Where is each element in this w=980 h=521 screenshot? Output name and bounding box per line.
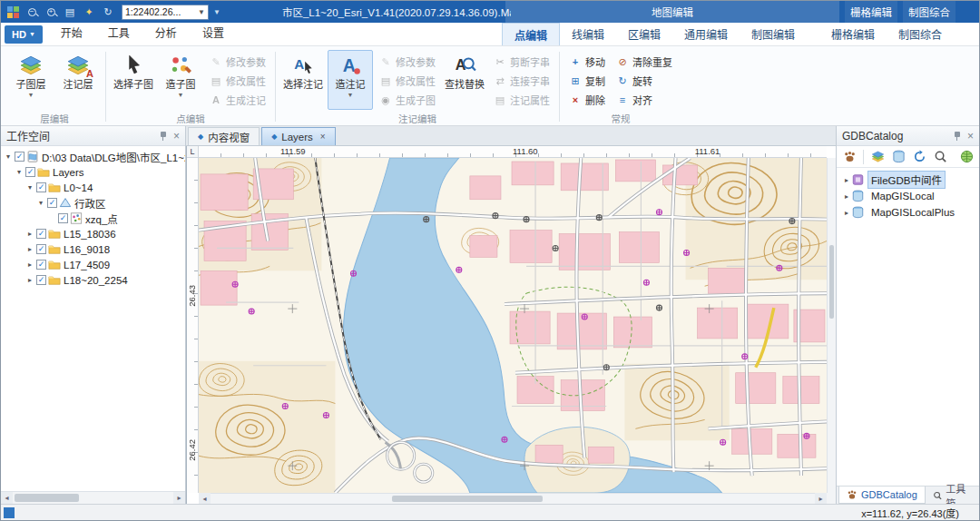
expand-icon[interactable]: ▸: [25, 260, 34, 269]
tab-point-edit[interactable]: 点编辑: [502, 23, 560, 45]
catalog-item-mapgislocalplus[interactable]: ▸ MapGISLocalPlus: [837, 204, 979, 221]
undo-icon[interactable]: ↻: [100, 4, 116, 20]
tree-item-l0-14[interactable]: ▾ ✓ L0~14: [1, 180, 185, 195]
modify-anno-params-button[interactable]: ✎ 修改参数: [375, 53, 440, 71]
join-string-button[interactable]: ⇄ 连接字串: [489, 72, 554, 90]
select-subgraph-button[interactable]: 选择子图: [111, 50, 156, 110]
menu-settings[interactable]: 设置: [190, 23, 237, 45]
workspace-horizontal-scrollbar[interactable]: ◂ ▸: [1, 491, 185, 504]
checkbox[interactable]: ✓: [25, 167, 35, 177]
generate-annotation-button[interactable]: A 生成注记: [205, 91, 270, 109]
map-vertical-scrollbar[interactable]: [827, 158, 836, 493]
checkbox[interactable]: ✓: [36, 182, 46, 192]
move-button[interactable]: + 移动: [564, 53, 610, 71]
tab-raster-edit[interactable]: 栅格编辑: [819, 23, 887, 45]
context-tab-raster-edit[interactable]: 栅格编辑: [845, 1, 897, 23]
sublayer-button[interactable]: 子图层 ▼: [8, 50, 54, 110]
close-icon[interactable]: ×: [320, 132, 326, 142]
menu-start[interactable]: 开始: [48, 23, 95, 45]
tree-item-l17[interactable]: ▸ ✓ L17_4509: [1, 257, 185, 272]
app-menu-button[interactable]: HD▼: [5, 25, 43, 44]
search-icon[interactable]: [931, 148, 949, 166]
copy-button[interactable]: ⊞ 复制: [564, 72, 610, 90]
tab-line-edit[interactable]: 线编辑: [560, 23, 616, 45]
annotation-layer-button[interactable]: A 注记层: [55, 50, 101, 110]
checkbox[interactable]: ✓: [58, 213, 68, 223]
scale-combo[interactable]: 1:22402.26... ▼: [122, 5, 209, 20]
expand-icon[interactable]: ▾: [36, 199, 45, 207]
align-button[interactable]: ≡ 对齐: [612, 91, 677, 109]
modify-attrs-button[interactable]: ▤ 修改属性: [205, 72, 270, 90]
refresh-icon[interactable]: [910, 148, 928, 166]
tab-carto-edit[interactable]: 制图编辑: [740, 23, 807, 45]
find-replace-button[interactable]: 查找替换: [442, 50, 487, 110]
context-tab-carto[interactable]: 制图综合: [903, 1, 956, 23]
layers-icon[interactable]: [868, 148, 887, 166]
tab-general-edit[interactable]: 通用编辑: [672, 23, 740, 45]
pin-icon[interactable]: [953, 131, 962, 142]
checkbox[interactable]: ✓: [36, 229, 46, 239]
expand-icon[interactable]: ▸: [842, 176, 851, 184]
close-icon[interactable]: ×: [173, 131, 180, 142]
generate-subgraph-button[interactable]: ◉ 生成子图: [375, 91, 440, 109]
pin-icon[interactable]: [159, 131, 168, 142]
expand-icon[interactable]: ▸: [25, 230, 34, 238]
checkbox[interactable]: ✓: [47, 198, 57, 208]
catalog-item-filegdb[interactable]: ▸ FileGDB中间件: [837, 172, 979, 188]
scroll-right-icon[interactable]: ▸: [173, 492, 185, 504]
expand-icon[interactable]: ▸: [25, 245, 34, 253]
remove-duplicates-button[interactable]: ⊘ 清除重复: [612, 53, 677, 71]
annotation-attrs-button[interactable]: ▤ 注记属性: [489, 91, 554, 109]
menu-tools[interactable]: 工具: [95, 23, 142, 45]
checkbox[interactable]: ✓: [36, 260, 46, 270]
tab-layers-view[interactable]: ◆ Layers ×: [261, 127, 336, 145]
rotate-button[interactable]: ↻ 旋转: [612, 72, 677, 90]
expand-icon[interactable]: ▸: [25, 276, 34, 284]
pencil-icon: ✎: [379, 56, 392, 68]
tree-item-xingzhengqu[interactable]: ▾ ✓ 行政区: [1, 195, 185, 211]
tree-item-xzq-point[interactable]: ✓ xzq_点: [1, 211, 185, 226]
checkbox[interactable]: ✓: [36, 275, 46, 285]
star-icon[interactable]: ✦: [81, 4, 97, 20]
paw-icon[interactable]: [840, 148, 858, 166]
checkbox[interactable]: ✓: [36, 244, 46, 254]
map-canvas[interactable]: [199, 158, 827, 493]
expand-icon[interactable]: ▸: [842, 209, 851, 217]
quick-access-dropdown-icon[interactable]: ▼: [213, 8, 220, 16]
close-icon[interactable]: ×: [967, 131, 974, 142]
ruler-corner[interactable]: L: [187, 146, 199, 158]
tree-item-l16[interactable]: ▸ ✓ L16_9018: [1, 241, 185, 257]
grid-icon[interactable]: ▤: [62, 4, 78, 20]
tree-item-l18-20[interactable]: ▸ ✓ L18~20_2254: [1, 272, 185, 288]
tree-item-l15[interactable]: ▸ ✓ L15_18036: [1, 226, 185, 241]
modify-params-button[interactable]: ✎ 修改参数: [205, 53, 270, 71]
database-icon[interactable]: [889, 148, 907, 166]
tree-item-layers[interactable]: ▾ ✓ Layers: [1, 164, 185, 180]
create-subgraph-button[interactable]: 造子图 ▼: [158, 50, 203, 110]
tab-content-view[interactable]: ◆ 内容视窗: [188, 127, 260, 145]
expand-icon[interactable]: ▾: [4, 152, 13, 161]
tab-carto-synth[interactable]: 制图综合: [887, 23, 954, 45]
cut-string-button[interactable]: ✂ 剪断字串: [489, 53, 554, 71]
tab-area-edit[interactable]: 区编辑: [616, 23, 672, 45]
app-logo-icon[interactable]: [5, 4, 21, 20]
menu-analysis[interactable]: 分析: [142, 23, 190, 45]
scroll-left-icon[interactable]: ◂: [1, 492, 13, 504]
delete-button[interactable]: × 删除: [564, 91, 610, 109]
globe-icon[interactable]: [957, 148, 975, 166]
expand-icon[interactable]: ▾: [25, 183, 34, 192]
checkbox[interactable]: ✓: [15, 152, 24, 162]
catalog-item-mapgislocal[interactable]: ▸ MapGISLocal: [837, 188, 979, 204]
tree-item-root[interactable]: ▾ ✓ D:\03 Data\DLG地图\市区_L1~20_E: [1, 149, 185, 164]
tab-toolbox[interactable]: 工具箱: [926, 487, 979, 504]
context-tab-map-edit[interactable]: 地图编辑: [505, 1, 839, 23]
expand-icon[interactable]: ▸: [842, 192, 851, 201]
modify-anno-attrs-button[interactable]: ▤ 修改属性: [375, 72, 440, 90]
zoom-in-icon[interactable]: +: [43, 4, 59, 20]
expand-icon[interactable]: ▾: [15, 168, 24, 176]
zoom-out-icon[interactable]: −: [24, 4, 40, 20]
select-annotation-button[interactable]: 选择注记: [280, 50, 326, 110]
map-horizontal-scrollbar[interactable]: ◂ ▸: [199, 493, 827, 504]
create-annotation-button[interactable]: 造注记 ▼: [328, 50, 373, 110]
tab-gdbcatalog[interactable]: GDBCatalog: [838, 487, 926, 504]
